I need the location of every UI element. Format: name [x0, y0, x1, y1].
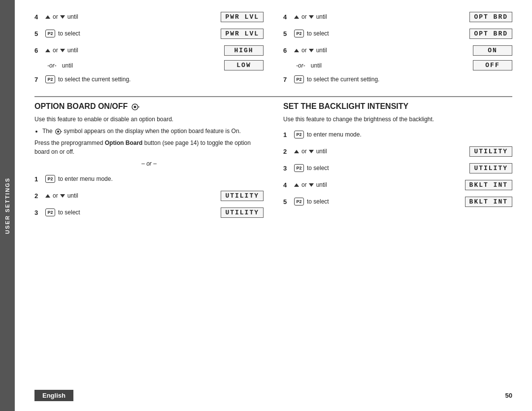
p2-button: P2: [294, 75, 304, 83]
step-row: 6 or until ON: [283, 43, 512, 57]
or-label: or: [301, 148, 307, 155]
lcd-display: PWR LVL: [221, 29, 264, 39]
step-number: 1: [283, 131, 292, 138]
step-number: 5: [283, 198, 292, 206]
arrow-up-icon: [294, 183, 299, 187]
until-label: until: [316, 181, 327, 188]
page-number: 50: [505, 392, 512, 399]
until-label: until: [67, 13, 78, 20]
step-content: or until ON: [294, 45, 512, 56]
to-select-label: to select: [58, 30, 80, 37]
step-number: 1: [34, 175, 43, 183]
step-content: P2 to select PWR LVL: [45, 29, 264, 39]
step-row: 3 P2 to select UTILITY: [283, 161, 512, 175]
p2-button: P2: [294, 30, 304, 37]
step-number: 7: [283, 76, 292, 83]
step-number: 7: [34, 76, 43, 83]
step-row: 4 or until OPT BRD: [283, 10, 512, 24]
backlight-section: SET THE BACKLIGHT INTENSITY Use this fea…: [283, 102, 512, 385]
backlight-heading: SET THE BACKLIGHT INTENSITY: [283, 102, 512, 111]
option-board-bold: Option Board: [105, 139, 143, 146]
until-label: until: [316, 148, 327, 155]
to-select-label: to select: [307, 165, 329, 171]
step-row: 4 or until BKLT INT: [283, 178, 512, 192]
step-number: 5: [283, 30, 292, 37]
lcd-display: BKLT INT: [465, 180, 512, 190]
step-number: 4: [283, 181, 292, 189]
step-row: 1 P2 to enter menu mode.: [283, 128, 512, 141]
or-label: or: [301, 181, 307, 188]
separator: [34, 96, 512, 97]
step-label: to select the current setting.: [58, 76, 131, 83]
backlight-steps: 1 P2 to enter menu mode. 2 or: [283, 128, 512, 208]
step-content: P2 to select BKLT INT: [294, 197, 512, 207]
option-icon-inline: [54, 128, 62, 135]
top-right-steps: 4 or until OPT BRD 5 P2 to select: [283, 10, 512, 89]
step-content: or until UTILITY: [294, 146, 512, 157]
until-label: until: [67, 192, 78, 199]
option-board-title: OPTION BOARD ON/OFF: [34, 102, 128, 111]
step-content: P2 to select the current setting.: [45, 75, 264, 83]
p2-button: P2: [294, 164, 304, 172]
step-row: 5 P2 to select BKLT INT: [283, 195, 512, 208]
arrow-down-icon: [60, 49, 65, 52]
or-dash-label: -or-: [47, 62, 56, 69]
p2-button: P2: [45, 30, 55, 37]
lcd-display: OPT BRD: [469, 12, 512, 22]
or-label: or: [53, 13, 58, 20]
step-number: 2: [283, 148, 292, 155]
or-separator: – or –: [34, 159, 264, 168]
arrow-up-icon: [45, 15, 50, 19]
arrow-up-icon: [45, 194, 50, 198]
step-row: 1 P2 to enter menu mode.: [34, 172, 264, 186]
step-content: or until PWR LVL: [45, 12, 264, 22]
arrow-down-icon: [60, 194, 65, 198]
or-label: or: [53, 47, 58, 54]
p2-button: P2: [294, 198, 304, 206]
option-board-bullet1: The symbol appears on the display when t…: [42, 127, 264, 136]
option-board-steps: 1 P2 to enter menu mode. 2 or: [34, 172, 264, 219]
backlight-para1: Use this feature to change the brightnes…: [283, 115, 512, 124]
lcd-display: UTILITY: [221, 191, 264, 201]
english-badge: English: [34, 390, 73, 401]
step-or-row: -or- until LOW: [34, 60, 264, 70]
step-content: P2 to select the current setting.: [294, 75, 512, 83]
backlight-body: Use this feature to change the brightnes…: [283, 115, 512, 124]
sections-row: OPTION BOARD ON/OFF Use this feature to …: [34, 102, 512, 385]
lcd-display: LOW: [224, 60, 264, 70]
until-label: until: [316, 47, 327, 54]
until-label: until: [67, 47, 78, 54]
lcd-display: PWR LVL: [221, 12, 264, 22]
step-row: 2 or until UTILITY: [283, 144, 512, 158]
step-content: P2 to enter menu mode.: [45, 175, 264, 183]
step-number: 6: [34, 47, 43, 54]
step-content: or until UTILITY: [45, 191, 264, 201]
lcd-display: OPT BRD: [469, 29, 512, 39]
option-board-para2: Press the preprogrammed Option Board but…: [34, 138, 264, 156]
step-content: or until OPT BRD: [294, 12, 512, 22]
arrow-up-icon: [294, 49, 299, 52]
step-row: 3 P2 to select UTILITY: [34, 206, 264, 219]
sidebar: USER SETTINGS: [0, 0, 15, 411]
step-row: 7 P2 to select the current setting.: [283, 72, 512, 86]
lcd-display: UTILITY: [221, 207, 264, 218]
step-row: 4 or until PWR LVL: [34, 10, 264, 24]
option-board-body: Use this feature to enable or disable an…: [34, 115, 264, 168]
arrow-down-icon: [309, 183, 314, 187]
to-select-label: to select: [58, 209, 80, 216]
step-label: to enter menu mode.: [58, 175, 113, 182]
bottom-bar: English 50: [34, 385, 512, 401]
p2-button: P2: [45, 208, 55, 216]
top-steps-row: 4 or until PWR LVL 5 P2 to select: [34, 10, 512, 89]
page-container: USER SETTINGS 4 or until PWR LVL: [0, 0, 532, 411]
step-number: 2: [34, 192, 43, 200]
svg-point-1: [134, 105, 136, 108]
step-content: P2 to select UTILITY: [45, 207, 264, 218]
to-select-label: to select: [307, 30, 329, 37]
or-label: or: [53, 192, 58, 199]
main-content: 4 or until PWR LVL 5 P2 to select: [15, 0, 532, 411]
lcd-display: OFF: [473, 60, 512, 70]
to-select-label: to select: [307, 198, 329, 205]
arrow-up-icon: [294, 15, 299, 19]
lcd-display: HIGH: [224, 45, 264, 56]
